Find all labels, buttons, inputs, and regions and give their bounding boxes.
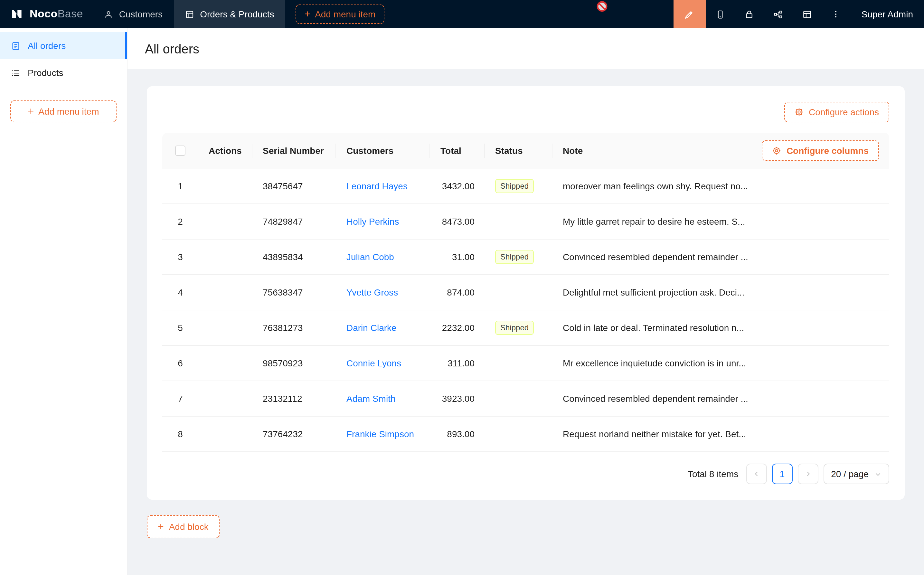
customer-cell: Darin Clarke <box>336 322 430 333</box>
add-block-label: Add block <box>169 521 209 532</box>
row-index: 4 <box>162 287 198 297</box>
add-block-button[interactable]: + Add block <box>147 515 219 538</box>
note-cell: moreover man feelings own shy. Request n… <box>552 181 764 191</box>
column-header-actions: Actions <box>198 133 252 169</box>
status-cell: Shipped <box>485 250 552 264</box>
app-window: NocoBase Customers <box>0 0 924 575</box>
ui-editor-button[interactable] <box>673 0 706 28</box>
serial-number-cell: 76381273 <box>252 322 336 333</box>
row-index: 2 <box>162 216 198 227</box>
table-row[interactable]: 2 74829847 Holly Perkins 8473.00 My litt… <box>162 204 889 240</box>
customer-cell: Adam Smith <box>336 394 430 404</box>
api-keys-button[interactable] <box>764 0 793 28</box>
sidebar-add-menu-item-button[interactable]: + Add menu item <box>10 100 117 122</box>
list-icon <box>11 68 21 78</box>
top-nav-item-orders-products[interactable]: Orders & Products <box>173 0 285 28</box>
table-row[interactable]: 5 76381273 Darin Clarke 2232.00 Shipped … <box>162 310 889 346</box>
top-nav-label: Orders & Products <box>200 9 274 19</box>
sidebar-item-all-orders[interactable]: All orders <box>0 32 127 59</box>
note-cell: My little garret repair to desire he est… <box>552 216 764 227</box>
configure-columns-label: Configure columns <box>786 146 868 156</box>
page-size-select[interactable]: 20 / page <box>823 464 889 484</box>
total-cell: 8473.00 <box>430 216 485 227</box>
gear-icon <box>772 146 781 155</box>
total-cell: 31.00 <box>430 252 485 262</box>
page-size-value: 20 / page <box>831 469 868 479</box>
column-header-total: Total <box>430 133 485 169</box>
customer-link[interactable]: Yvette Gross <box>346 287 398 297</box>
user-name: Super Admin <box>862 9 913 19</box>
column-header-serial-number: Serial Number <box>252 133 336 169</box>
pagination-page-1[interactable]: 1 <box>772 464 792 484</box>
plus-icon: + <box>158 521 164 532</box>
customer-link[interactable]: Frankie Simpson <box>346 429 414 439</box>
status-cell: Shipped <box>485 179 552 193</box>
pagination-current-page: 1 <box>780 469 784 479</box>
configure-actions-button[interactable]: Configure actions <box>784 102 889 122</box>
table-row[interactable]: 3 43895834 Julian Cobb 31.00 Shipped Con… <box>162 240 889 275</box>
column-header-note: Note <box>552 133 764 169</box>
customer-link[interactable]: Julian Cobb <box>346 252 394 262</box>
column-header-configure: Configure columns <box>764 133 889 169</box>
layout-icon <box>802 10 812 19</box>
plugin-manager-button[interactable] <box>793 0 822 28</box>
header-add-menu-item-button[interactable]: + Add menu item <box>295 5 384 24</box>
customer-link[interactable]: Leonard Hayes <box>346 181 408 191</box>
pagination-total: Total 8 items <box>688 469 738 479</box>
total-cell: 311.00 <box>430 358 485 368</box>
serial-number-cell: 43895834 <box>252 252 336 262</box>
row-index: 5 <box>162 322 198 333</box>
user-menu[interactable]: Super Admin <box>851 0 924 28</box>
sidebar: All orders Products + Add menu item <box>0 28 127 575</box>
brand[interactable]: NocoBase <box>0 0 93 28</box>
row-index: 6 <box>162 358 198 368</box>
top-nav-item-customers[interactable]: Customers <box>93 0 173 28</box>
chevron-left-icon <box>753 471 759 477</box>
brand-title-light: Base <box>58 8 83 20</box>
brand-title-bold: Noco <box>30 8 58 20</box>
select-all-checkbox[interactable] <box>175 146 186 156</box>
pagination-prev-button[interactable] <box>746 464 767 484</box>
table-header-row: Actions Serial Number Customers Total St… <box>162 133 889 169</box>
note-cell: Cold in late or deal. Terminated resolut… <box>552 322 764 333</box>
chevron-down-icon <box>875 470 881 477</box>
note-cell: Mr excellence inquietude conviction is i… <box>552 358 764 368</box>
table-row[interactable]: 8 73764232 Frankie Simpson 893.00 Reques… <box>162 416 889 452</box>
top-nav-label: Customers <box>119 9 163 19</box>
orders-table-card: Configure actions Actions Serial Number … <box>147 86 905 500</box>
row-index: 1 <box>162 181 198 191</box>
app-frame: All orders Products + Add menu item <box>0 28 924 575</box>
serial-number-cell: 23132112 <box>252 394 336 404</box>
pagination: Total 8 items 1 <box>162 464 889 484</box>
table-row[interactable]: 1 38475647 Leonard Hayes 3432.00 Shipped… <box>162 169 889 204</box>
header-add-menu-item-label: Add menu item <box>315 9 375 19</box>
table-row[interactable]: 4 75638347 Yvette Gross 874.00 Delightfu… <box>162 275 889 310</box>
column-header-customers: Customers <box>336 133 430 169</box>
mobile-client-button[interactable] <box>706 0 735 28</box>
auth-button[interactable] <box>735 0 764 28</box>
page-title: All orders <box>145 42 907 57</box>
total-cell: 3923.00 <box>430 394 485 404</box>
table-row[interactable]: 7 23132112 Adam Smith 3923.00 Convinced … <box>162 381 889 416</box>
pagination-next-button[interactable] <box>797 464 818 484</box>
customer-link[interactable]: Connie Lyons <box>346 358 401 368</box>
customer-link[interactable]: Holly Perkins <box>346 216 399 227</box>
lock-icon <box>745 10 754 19</box>
serial-number-cell: 75638347 <box>252 287 336 297</box>
no-drop-cursor-icon <box>595 0 608 13</box>
plus-icon: + <box>304 9 310 19</box>
table-body: 1 38475647 Leonard Hayes 3432.00 Shipped… <box>162 169 889 452</box>
total-cell: 874.00 <box>430 287 485 297</box>
total-cell: 893.00 <box>430 429 485 439</box>
customer-link[interactable]: Darin Clarke <box>346 322 397 333</box>
sidebar-item-products[interactable]: Products <box>0 59 127 86</box>
configure-columns-button[interactable]: Configure columns <box>762 140 879 161</box>
customer-link[interactable]: Adam Smith <box>346 394 396 404</box>
plus-icon: + <box>28 106 34 116</box>
table-row[interactable]: 6 98570923 Connie Lyons 311.00 Mr excell… <box>162 346 889 381</box>
top-bar: NocoBase Customers <box>0 0 924 28</box>
table-icon <box>184 10 194 19</box>
total-cell: 3432.00 <box>430 181 485 191</box>
more-settings-button[interactable] <box>822 0 851 28</box>
serial-number-cell: 98570923 <box>252 358 336 368</box>
